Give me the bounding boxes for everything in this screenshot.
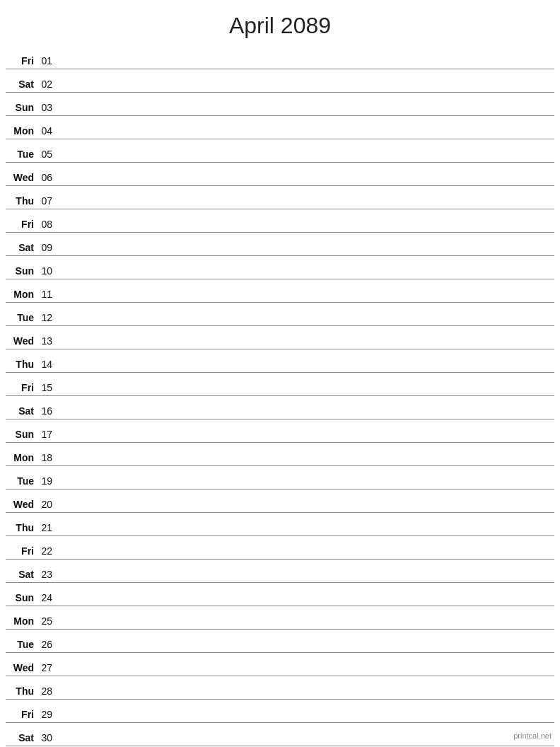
day-row: Thu21	[6, 513, 554, 536]
day-name: Thu	[6, 522, 37, 533]
day-number: 16	[37, 405, 58, 417]
day-number: 14	[37, 359, 58, 370]
day-row: Sun24	[6, 583, 554, 606]
day-number: 08	[37, 219, 58, 230]
day-name: Mon	[6, 289, 37, 300]
day-name: Thu	[6, 685, 37, 697]
day-number: 27	[37, 662, 58, 673]
day-number: 28	[37, 685, 58, 697]
day-row: Tue26	[6, 630, 554, 653]
day-row: Thu14	[6, 349, 554, 373]
day-number: 25	[37, 615, 58, 627]
day-row: Sun10	[6, 256, 554, 279]
day-row: Tue12	[6, 303, 554, 326]
day-row: Mon25	[6, 606, 554, 630]
day-name: Wed	[6, 662, 37, 673]
day-row: Fri08	[6, 209, 554, 233]
day-row: Thu07	[6, 186, 554, 209]
day-number: 30	[37, 732, 58, 743]
day-row: Sat16	[6, 396, 554, 419]
day-number: 05	[37, 149, 58, 160]
day-row: Tue19	[6, 466, 554, 490]
day-row: Sat02	[6, 69, 554, 93]
day-number: 01	[37, 55, 58, 66]
day-name: Wed	[6, 499, 37, 510]
day-number: 15	[37, 382, 58, 393]
day-row: Fri15	[6, 373, 554, 396]
day-row: Fri29	[6, 700, 554, 723]
day-name: Mon	[6, 125, 37, 137]
day-row: Tue05	[6, 139, 554, 163]
day-number: 12	[37, 312, 58, 323]
day-number: 24	[37, 592, 58, 603]
day-name: Fri	[6, 545, 37, 557]
calendar-grid: Fri01Sat02Sun03Mon04Tue05Wed06Thu07Fri08…	[0, 46, 560, 746]
day-name: Sun	[6, 265, 37, 277]
day-row: Wed13	[6, 326, 554, 349]
day-name: Sat	[6, 242, 37, 253]
day-name: Sat	[6, 732, 37, 743]
day-number: 09	[37, 242, 58, 253]
day-row: Mon11	[6, 279, 554, 303]
day-row: Wed06	[6, 163, 554, 186]
day-name: Fri	[6, 709, 37, 720]
day-number: 26	[37, 639, 58, 650]
day-number: 13	[37, 335, 58, 347]
day-name: Fri	[6, 219, 37, 230]
day-row: Sat30	[6, 723, 554, 746]
day-name: Sun	[6, 102, 37, 113]
day-name: Tue	[6, 312, 37, 323]
day-number: 07	[37, 195, 58, 207]
day-number: 29	[37, 709, 58, 720]
day-number: 03	[37, 102, 58, 113]
day-name: Sun	[6, 429, 37, 440]
day-number: 06	[37, 172, 58, 183]
day-name: Wed	[6, 335, 37, 347]
day-row: Mon18	[6, 443, 554, 466]
day-name: Thu	[6, 359, 37, 370]
day-number: 21	[37, 522, 58, 533]
day-number: 17	[37, 429, 58, 440]
day-name: Mon	[6, 615, 37, 627]
day-name: Sat	[6, 405, 37, 417]
day-number: 18	[37, 452, 58, 463]
day-number: 20	[37, 499, 58, 510]
day-row: Fri01	[6, 46, 554, 69]
day-row: Sun17	[6, 419, 554, 443]
day-name: Sat	[6, 569, 37, 580]
day-number: 23	[37, 569, 58, 580]
day-number: 11	[37, 289, 58, 300]
day-name: Sun	[6, 592, 37, 603]
day-name: Tue	[6, 149, 37, 160]
day-number: 02	[37, 79, 58, 90]
day-name: Fri	[6, 55, 37, 66]
day-row: Sat23	[6, 560, 554, 583]
footer-text: printcal.net	[513, 731, 552, 740]
day-row: Sun03	[6, 93, 554, 116]
day-name: Fri	[6, 382, 37, 393]
day-name: Sat	[6, 79, 37, 90]
day-row: Sat09	[6, 233, 554, 256]
day-number: 04	[37, 125, 58, 137]
day-name: Thu	[6, 195, 37, 207]
day-row: Wed27	[6, 653, 554, 676]
day-number: 19	[37, 475, 58, 487]
day-row: Thu28	[6, 676, 554, 700]
day-row: Wed20	[6, 490, 554, 513]
day-number: 10	[37, 265, 58, 277]
day-number: 22	[37, 545, 58, 557]
day-name: Tue	[6, 639, 37, 650]
day-name: Wed	[6, 172, 37, 183]
day-name: Mon	[6, 452, 37, 463]
day-row: Mon04	[6, 116, 554, 139]
day-name: Tue	[6, 475, 37, 487]
day-row: Fri22	[6, 536, 554, 560]
page-title: April 2089	[0, 0, 560, 46]
